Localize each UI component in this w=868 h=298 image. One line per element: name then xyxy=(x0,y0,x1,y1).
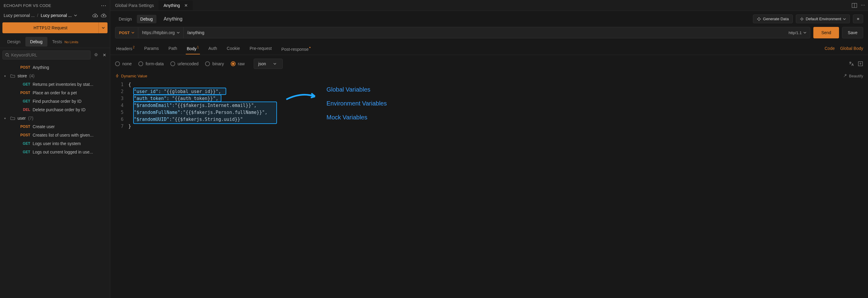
cloud-download-icon[interactable] xyxy=(92,13,98,18)
path-input[interactable] xyxy=(184,27,785,38)
request-title: Anything xyxy=(164,16,182,22)
endpoint-item[interactable]: DELDelete purchase order by ID xyxy=(0,106,110,114)
line-number: 4 xyxy=(115,102,128,109)
more-menu-button[interactable]: ≡ xyxy=(853,14,863,23)
code-text: "auth_token": "{{auth_token}}", xyxy=(128,95,218,102)
body-type-formdata[interactable]: form-data xyxy=(138,61,164,66)
editor-tab-label: Anything xyxy=(163,3,180,8)
code-text: { xyxy=(128,81,131,88)
editor-tab-anything[interactable]: Anything ✕ xyxy=(159,1,192,10)
global-body-link[interactable]: Global Body xyxy=(840,46,863,51)
url-bar-row: POST https://httpbin.org http/1.1 Send S… xyxy=(110,27,868,42)
send-button[interactable]: Send xyxy=(813,27,839,38)
folder-user[interactable]: ▾ user (7) xyxy=(0,114,110,122)
endpoint-item[interactable]: POSTCreate user xyxy=(0,122,110,131)
radio-label: binary xyxy=(212,61,224,66)
endpoint-item[interactable]: POSTPlace an order for a pet xyxy=(0,89,110,97)
host-label: https://httpbin.org xyxy=(142,30,175,35)
method-select[interactable]: POST xyxy=(115,28,138,38)
tab-prerequest[interactable]: Pre-request xyxy=(248,43,273,54)
wand-icon xyxy=(843,74,847,78)
spark-icon xyxy=(757,17,761,21)
endpoint-item[interactable]: GETReturns pet inventories by stat... xyxy=(0,80,110,89)
tab-auth[interactable]: Auth xyxy=(207,43,218,54)
endpoint-item[interactable]: GETFind purchase order by ID xyxy=(0,97,110,106)
folder-store[interactable]: ▾ store (4) xyxy=(0,71,110,80)
design-mode-tab[interactable]: Design xyxy=(115,15,135,23)
folder-name: user xyxy=(18,116,26,121)
generate-data-button[interactable]: Generate Data xyxy=(753,14,793,23)
split-editor-icon[interactable] xyxy=(852,3,857,8)
save-button[interactable]: Save xyxy=(842,27,863,38)
tab-tests[interactable]: Tests No Limits xyxy=(48,37,83,47)
dynamic-value-link[interactable]: Dynamic Value xyxy=(115,74,147,78)
endpoint-item[interactable]: GETLogs out current logged in use... xyxy=(0,148,110,156)
code-line[interactable]: 2 "user_id": "{{global_user_id}}", xyxy=(115,88,863,95)
body-format-select[interactable]: json xyxy=(254,59,283,69)
more-icon[interactable]: ⋯ xyxy=(101,2,106,9)
body-format-label: json xyxy=(258,61,266,66)
code-line[interactable]: 6 "$randomUUID":"{{$fakerjs.String.uuid}… xyxy=(115,116,863,123)
tab-close-icon[interactable]: ✕ xyxy=(184,3,188,8)
code-line[interactable]: 5 "$randomFullName":"{{$fakerjs.Person.f… xyxy=(115,109,863,116)
editor-tab-global-params[interactable]: Global Para Settings xyxy=(110,1,159,10)
endpoint-item[interactable]: GETLogs user into the system xyxy=(0,139,110,148)
breadcrumb-workspace[interactable]: Lucy personal ... xyxy=(4,13,35,18)
method-label: POST xyxy=(119,31,130,35)
tab-path[interactable]: Path xyxy=(167,43,179,54)
settings-icon[interactable] xyxy=(92,51,100,59)
import-icon[interactable] xyxy=(858,61,863,66)
endpoint-name: Anything xyxy=(33,65,49,70)
code-editor[interactable]: 1{2 "user_id": "{{global_user_id}}",3 "a… xyxy=(110,81,868,298)
host-select[interactable]: https://httpbin.org xyxy=(138,27,183,38)
radio-label: none xyxy=(122,61,132,66)
folder-icon xyxy=(10,116,15,121)
new-request-dropdown[interactable] xyxy=(98,22,107,33)
body-type-raw[interactable]: raw xyxy=(231,61,245,66)
environment-select[interactable]: Default Environment xyxy=(796,14,850,23)
search-input-wrap[interactable] xyxy=(2,51,91,60)
more-icon[interactable]: ⋯ xyxy=(861,3,865,8)
beautify-link[interactable]: Beautify xyxy=(843,74,863,78)
translate-icon[interactable] xyxy=(849,61,854,66)
code-line[interactable]: 7} xyxy=(115,123,863,130)
tab-postresponse[interactable]: Post-response• xyxy=(280,42,312,55)
line-number: 7 xyxy=(115,123,128,130)
method-badge: DEL xyxy=(19,108,30,112)
chevron-down-icon[interactable] xyxy=(74,14,77,17)
code-line[interactable]: 4 "$randomEmail":"{{$fakerjs.Internet.em… xyxy=(115,102,863,109)
radio-label: raw xyxy=(238,61,245,66)
tab-tests-label: Tests xyxy=(52,39,62,44)
protocol-select[interactable]: http/1.1 xyxy=(785,28,810,38)
tab-headers[interactable]: Headers2 xyxy=(115,42,135,54)
code-line[interactable]: 1{ xyxy=(115,81,863,88)
generate-data-label: Generate Data xyxy=(763,17,788,21)
tab-design[interactable]: Design xyxy=(2,37,25,47)
tab-debug[interactable]: Debug xyxy=(25,37,48,47)
tab-body[interactable]: Body1 xyxy=(186,42,200,54)
debug-mode-tab[interactable]: Debug xyxy=(137,15,156,23)
code-text: "$randomEmail":"{{$fakerjs.Internet.emai… xyxy=(128,102,256,109)
endpoint-name: Place an order for a pet xyxy=(33,90,77,95)
code-text: "user_id": "{{global_user_id}}", xyxy=(128,88,221,95)
close-icon[interactable]: ✕ xyxy=(101,51,107,59)
method-badge: POST xyxy=(19,91,30,95)
code-text: "$randomUUID":"{{$fakerjs.String.uuid}}" xyxy=(128,116,243,123)
endpoint-item[interactable]: POSTCreates list of users with given... xyxy=(0,131,110,139)
protocol-label: http/1.1 xyxy=(788,31,802,35)
tab-params[interactable]: Params xyxy=(143,43,160,54)
endpoint-item[interactable]: POST Anything xyxy=(0,63,110,71)
tab-cookie[interactable]: Cookie xyxy=(226,43,241,54)
breadcrumb-project[interactable]: Lucy personal ... xyxy=(41,13,72,18)
code-link[interactable]: Code xyxy=(825,46,835,51)
body-type-urlencoded[interactable]: urlencoded xyxy=(170,61,198,66)
body-type-none[interactable]: none xyxy=(115,61,132,66)
code-line[interactable]: 3 "auth_token": "{{auth_token}}", xyxy=(115,95,863,102)
tab-label: Body xyxy=(187,46,196,51)
new-request-button[interactable]: HTTP1/2 Request xyxy=(2,22,98,33)
chevron-down-icon xyxy=(843,18,846,21)
body-type-binary[interactable]: binary xyxy=(205,61,224,66)
cloud-upload-icon[interactable] xyxy=(101,13,106,18)
search-input[interactable] xyxy=(11,53,88,57)
code-text: "$randomFullName":"{{$fakerjs.Person.ful… xyxy=(128,109,268,116)
